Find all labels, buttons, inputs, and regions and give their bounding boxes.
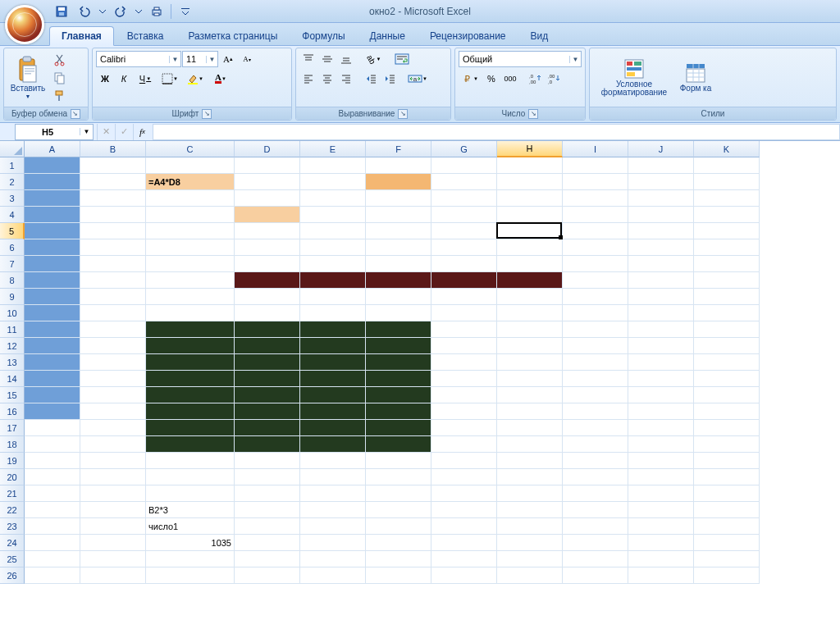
cell[interactable] bbox=[694, 485, 760, 502]
cell[interactable] bbox=[25, 321, 80, 338]
cell[interactable] bbox=[146, 485, 235, 502]
column-header[interactable]: H bbox=[497, 141, 563, 157]
tab-home[interactable]: Главная bbox=[49, 26, 114, 46]
cell[interactable] bbox=[235, 272, 300, 289]
cell[interactable] bbox=[628, 174, 694, 190]
cell[interactable] bbox=[694, 207, 760, 223]
cell[interactable] bbox=[366, 321, 431, 338]
cell[interactable] bbox=[694, 256, 760, 272]
cell[interactable] bbox=[300, 256, 366, 272]
cell[interactable] bbox=[146, 207, 235, 223]
cell[interactable] bbox=[235, 485, 300, 502]
row-header[interactable]: 1 bbox=[0, 157, 25, 174]
cell[interactable] bbox=[235, 535, 300, 551]
cell[interactable] bbox=[497, 535, 563, 551]
cell[interactable] bbox=[628, 387, 694, 403]
align-top-button[interactable] bbox=[299, 51, 317, 67]
cell[interactable] bbox=[563, 157, 628, 174]
cell[interactable] bbox=[300, 535, 366, 551]
increase-font-button[interactable]: A▴ bbox=[219, 51, 237, 67]
worksheet-grid[interactable]: ABCDEFGHIJK 1234567891011121314151617181… bbox=[0, 141, 840, 629]
column-header[interactable]: E bbox=[300, 141, 366, 157]
row-header[interactable]: 21 bbox=[0, 485, 25, 502]
cell[interactable] bbox=[146, 469, 235, 485]
cell[interactable] bbox=[628, 518, 694, 535]
cell[interactable] bbox=[366, 420, 431, 436]
print-button[interactable] bbox=[148, 2, 166, 21]
column-header[interactable]: K bbox=[694, 141, 760, 157]
cell[interactable] bbox=[431, 518, 497, 535]
row-header[interactable]: 25 bbox=[0, 551, 25, 567]
row-header[interactable]: 17 bbox=[0, 420, 25, 436]
cell[interactable] bbox=[146, 305, 235, 321]
save-button[interactable] bbox=[52, 2, 71, 21]
cell[interactable] bbox=[431, 207, 497, 223]
cell[interactable] bbox=[80, 190, 146, 207]
cell[interactable] bbox=[25, 272, 80, 289]
cell[interactable] bbox=[146, 272, 235, 289]
cell[interactable] bbox=[563, 321, 628, 338]
row-header[interactable]: 24 bbox=[0, 535, 25, 551]
cell[interactable] bbox=[694, 551, 760, 567]
enter-formula-icon[interactable]: ✓ bbox=[115, 124, 133, 140]
cell[interactable] bbox=[366, 239, 431, 256]
cell[interactable] bbox=[25, 453, 80, 469]
cell[interactable] bbox=[235, 453, 300, 469]
cell[interactable] bbox=[628, 157, 694, 174]
cell[interactable] bbox=[694, 387, 760, 403]
cell[interactable] bbox=[80, 256, 146, 272]
cell[interactable] bbox=[497, 157, 563, 174]
cell[interactable] bbox=[366, 157, 431, 174]
cell[interactable] bbox=[146, 453, 235, 469]
cell[interactable]: число1 bbox=[146, 518, 235, 535]
row-header[interactable]: 26 bbox=[0, 567, 25, 584]
cell[interactable] bbox=[431, 485, 497, 502]
cell[interactable] bbox=[366, 190, 431, 207]
cell[interactable] bbox=[431, 354, 497, 371]
cell[interactable] bbox=[80, 354, 146, 371]
row-header[interactable]: 3 bbox=[0, 190, 25, 207]
cell[interactable] bbox=[366, 502, 431, 518]
cell[interactable] bbox=[431, 436, 497, 453]
cell[interactable] bbox=[563, 485, 628, 502]
cell[interactable] bbox=[80, 207, 146, 223]
cell[interactable] bbox=[366, 207, 431, 223]
cell[interactable]: 1035 bbox=[146, 535, 235, 551]
cell[interactable] bbox=[235, 289, 300, 305]
cell[interactable] bbox=[80, 223, 146, 239]
cell[interactable] bbox=[300, 502, 366, 518]
cell[interactable] bbox=[25, 354, 80, 371]
cut-button[interactable] bbox=[51, 52, 69, 68]
cell[interactable] bbox=[694, 223, 760, 239]
cell[interactable] bbox=[235, 551, 300, 567]
cell[interactable] bbox=[235, 174, 300, 190]
cell[interactable] bbox=[628, 551, 694, 567]
cell[interactable] bbox=[366, 453, 431, 469]
row-header[interactable]: 10 bbox=[0, 305, 25, 321]
cell[interactable] bbox=[628, 420, 694, 436]
cell[interactable] bbox=[497, 502, 563, 518]
undo-more-icon[interactable] bbox=[98, 2, 107, 21]
cell[interactable] bbox=[628, 535, 694, 551]
cell[interactable] bbox=[366, 354, 431, 371]
cell[interactable] bbox=[431, 321, 497, 338]
column-header[interactable]: A bbox=[25, 141, 80, 157]
cell[interactable] bbox=[694, 354, 760, 371]
cell[interactable] bbox=[431, 174, 497, 190]
cell[interactable] bbox=[628, 190, 694, 207]
cell[interactable] bbox=[694, 338, 760, 354]
cell[interactable] bbox=[300, 174, 366, 190]
cell[interactable] bbox=[80, 567, 146, 584]
cell[interactable] bbox=[694, 453, 760, 469]
cell[interactable] bbox=[80, 469, 146, 485]
cell[interactable] bbox=[25, 420, 80, 436]
cell[interactable] bbox=[497, 190, 563, 207]
cell[interactable] bbox=[563, 239, 628, 256]
cell[interactable] bbox=[563, 453, 628, 469]
cell[interactable] bbox=[146, 157, 235, 174]
decrease-indent-button[interactable] bbox=[362, 71, 380, 87]
cell[interactable] bbox=[80, 239, 146, 256]
cell[interactable] bbox=[694, 469, 760, 485]
cell[interactable] bbox=[366, 551, 431, 567]
cell[interactable] bbox=[431, 469, 497, 485]
